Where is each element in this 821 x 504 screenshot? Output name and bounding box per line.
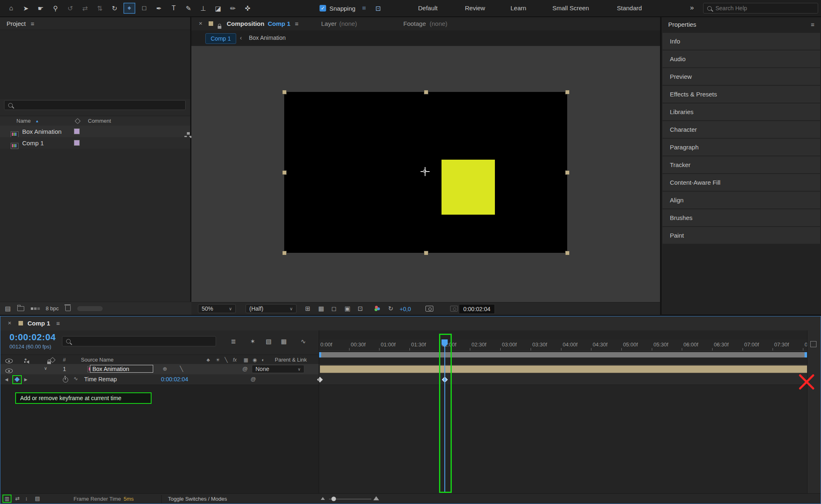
expand-inout-panes-icon[interactable]: ↕ <box>25 495 28 502</box>
rotation-tool-icon[interactable]: ↻ <box>108 2 121 14</box>
property-name[interactable]: Time Remap <box>84 376 117 383</box>
workspace-learn[interactable]: Learn <box>511 5 526 11</box>
home-tool-icon[interactable]: ⌂ <box>5 2 17 14</box>
zoom-out-mountain-icon[interactable] <box>321 497 325 500</box>
project-row-box-animation[interactable]: Box Animation <box>0 126 190 137</box>
dolly-camera-tool-icon[interactable]: ⇅ <box>94 2 106 14</box>
timeline-search-box[interactable] <box>62 336 216 346</box>
draft-3d-icon[interactable]: ✶ <box>250 338 255 345</box>
label-column-icon[interactable] <box>75 118 80 124</box>
panel-tab-info[interactable]: Info <box>662 33 820 50</box>
close-icon[interactable]: × <box>8 319 11 326</box>
pane-divider[interactable] <box>319 330 319 493</box>
previous-keyframe-icon[interactable]: ◀ <box>5 377 8 382</box>
panel-tab-paint[interactable]: Paint <box>662 227 820 244</box>
selection-handle[interactable] <box>565 170 570 175</box>
project-search-box[interactable] <box>4 100 186 110</box>
parent-dropdown[interactable]: None∨ <box>252 365 304 373</box>
snap-features-icon[interactable]: ⊡ <box>373 2 383 14</box>
composition-mini-flowchart-icon[interactable]: ≣ <box>231 338 236 345</box>
workspace-small-screen[interactable]: Small Screen <box>552 5 589 11</box>
composition-viewport[interactable] <box>191 46 660 302</box>
layer-name[interactable]: Box Animation <box>90 365 153 373</box>
expander-icon[interactable]: ∨ <box>44 366 47 371</box>
brush-tool-icon[interactable]: ✎ <box>182 2 195 14</box>
time-ruler[interactable]: 0:00f 00:30f 01:00f 01:30f 02:00f 02:30f… <box>319 339 807 351</box>
workspace-review[interactable]: Review <box>465 5 485 11</box>
project-search-input[interactable] <box>16 101 182 109</box>
breadcrumb-layer[interactable]: Box Animation <box>249 34 286 41</box>
panel-tab-tracker[interactable]: Tracker <box>662 156 820 173</box>
trash-icon[interactable] <box>65 306 71 311</box>
mini-flowchart-icon[interactable] <box>187 132 190 135</box>
timeline-search-input[interactable] <box>74 338 212 345</box>
rectangle-tool-icon[interactable]: □ <box>138 2 150 14</box>
workspace-standard[interactable]: Standard <box>617 5 642 11</box>
selection-handle[interactable] <box>282 90 287 94</box>
workspace-overflow-chevrons[interactable]: » <box>690 4 694 12</box>
clone-stamp-tool-icon[interactable]: ⊥ <box>197 2 209 14</box>
panel-menu-icon[interactable]: ≡ <box>295 20 299 27</box>
snap-edges-icon[interactable]: ⌗ <box>359 2 369 14</box>
project-row-comp-1[interactable]: Comp 1 <box>0 137 190 149</box>
tab-layer[interactable]: Layer <box>321 20 337 27</box>
selection-handle[interactable] <box>565 90 570 94</box>
selection-handle[interactable] <box>424 251 428 255</box>
interpret-footage-icon[interactable]: ▤ <box>5 305 11 312</box>
comp-marker-bin-icon[interactable] <box>810 341 816 347</box>
layer-switch-icon[interactable]: ⊕ <box>163 366 167 372</box>
panel-tab-audio[interactable]: Audio <box>662 50 820 67</box>
bit-depth-label[interactable]: 8 bpc <box>46 305 59 312</box>
label-color-swatch[interactable] <box>74 140 80 146</box>
layer-duration-bar[interactable] <box>320 365 807 373</box>
view-layout-icon[interactable]: ⊞ <box>305 305 310 312</box>
hand-tool-icon[interactable]: ☛ <box>34 2 47 14</box>
tab-footage[interactable]: Footage <box>403 20 426 27</box>
new-folder-icon[interactable] <box>17 306 24 311</box>
help-search-box[interactable] <box>703 3 818 14</box>
guides-icon[interactable]: ⊡ <box>358 305 363 312</box>
panel-tab-align[interactable]: Align <box>662 192 820 208</box>
layer-row[interactable]: ∨ 1 Box Animation ⊕ ╲ @ None∨ <box>0 364 319 374</box>
selection-handle[interactable] <box>282 251 287 255</box>
toggle-switches-modes-button[interactable]: Toggle Switches / Modes <box>168 496 227 502</box>
work-area-bar[interactable] <box>319 352 807 357</box>
panel-tab-character[interactable]: Character <box>662 121 820 138</box>
source-name-column[interactable]: Source Name <box>81 357 113 363</box>
graph-editor-icon[interactable]: ∿ <box>301 338 306 345</box>
help-search-input[interactable] <box>715 5 814 12</box>
timeline-scrollbar-area[interactable] <box>807 330 821 493</box>
layer-quality-icon[interactable]: ╲ <box>180 366 183 372</box>
snapping-checkbox[interactable] <box>320 5 326 11</box>
pan-camera-tool-icon[interactable]: ⇄ <box>79 2 91 14</box>
breadcrumb-comp[interactable]: Comp 1 <box>205 33 236 44</box>
panel-menu-icon[interactable]: ≡ <box>56 320 60 327</box>
stopwatch-icon[interactable] <box>63 377 68 383</box>
hide-shy-layers-icon[interactable]: ▧ <box>266 338 271 345</box>
region-of-interest-icon[interactable]: ▣ <box>345 305 350 312</box>
exposure-value[interactable]: +0,0 <box>400 306 411 312</box>
show-snapshot-icon[interactable] <box>450 306 458 312</box>
pick-whip-icon[interactable]: @ <box>242 366 248 372</box>
pan-behind-tool-icon[interactable]: ⌖ <box>123 2 136 14</box>
panel-tab-libraries[interactable]: Libraries <box>662 103 820 120</box>
color-depth-icon[interactable] <box>31 307 33 310</box>
project-col-name[interactable]: Name <box>16 118 31 124</box>
workspace-default[interactable]: Default <box>418 5 438 11</box>
mask-visibility-icon[interactable]: ◻ <box>331 305 336 312</box>
current-timecode[interactable]: 0:00:02:04 <box>9 332 56 343</box>
panel-menu-icon[interactable]: ≡ <box>811 21 814 28</box>
expression-graph-icon[interactable]: ∿ <box>74 376 78 382</box>
expand-layer-switches-icon[interactable]: ▥ <box>5 496 9 502</box>
panel-tab-effects-presets[interactable]: Effects & Presets <box>662 86 820 103</box>
zoom-tool-icon[interactable]: ⚲ <box>49 2 62 14</box>
orbit-camera-tool-icon[interactable]: ↺ <box>64 2 76 14</box>
panel-tab-preview[interactable]: Preview <box>662 68 820 85</box>
type-tool-icon[interactable]: T <box>168 2 180 14</box>
project-col-comment[interactable]: Comment <box>88 118 111 124</box>
magnification-dropdown[interactable]: 50%∨ <box>198 304 236 313</box>
label-color-swatch[interactable] <box>74 128 80 134</box>
selection-tool-icon[interactable]: ➤ <box>20 2 32 14</box>
close-icon[interactable]: × <box>199 20 202 27</box>
timeline-tab-comp[interactable]: Comp 1 <box>28 320 50 327</box>
